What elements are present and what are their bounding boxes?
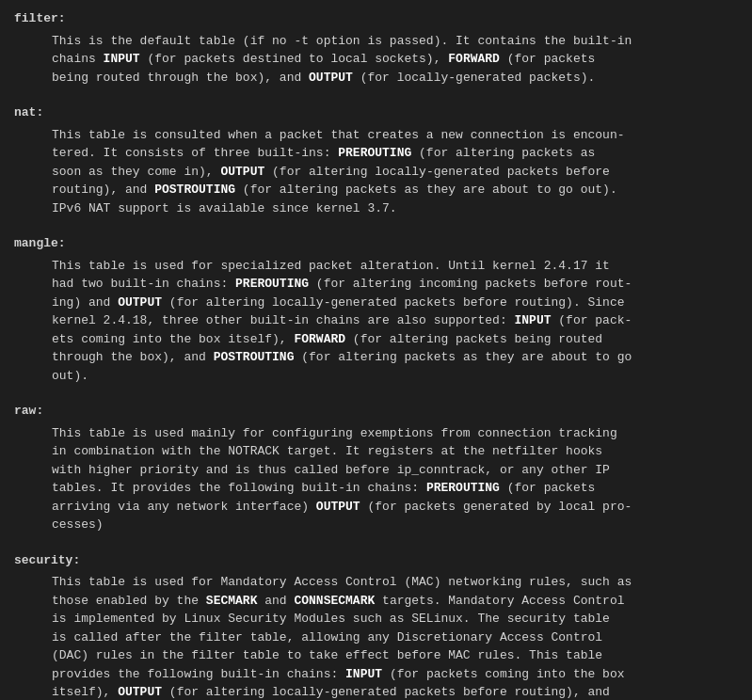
section-title-security: security: bbox=[14, 551, 738, 570]
bold-text: OUTPUT bbox=[118, 295, 162, 310]
bold-text: INPUT bbox=[104, 52, 140, 66]
bold-text: OUTPUT bbox=[220, 165, 264, 179]
section-filter: filter:This is the default table (if no … bbox=[14, 9, 738, 87]
section-body-raw: This table is used mainly for configurin… bbox=[14, 424, 738, 534]
bold-text: INPUT bbox=[514, 313, 551, 327]
section-title-raw: raw: bbox=[14, 402, 738, 421]
bold-text: POSTROUTING bbox=[154, 183, 235, 197]
section-title-mangle: mangle: bbox=[14, 234, 738, 253]
bold-text: CONNSECMARK bbox=[294, 594, 375, 608]
bold-text: INPUT bbox=[345, 667, 382, 681]
bold-text: FORWARD bbox=[294, 332, 345, 346]
section-body-mangle: This table is used for specialized packe… bbox=[14, 257, 738, 386]
section-body-security: This table is used for Mandatory Access … bbox=[14, 573, 738, 700]
bold-text: PREROUTING bbox=[235, 277, 309, 291]
main-content: filter:This is the default table (if no … bbox=[14, 9, 738, 700]
bold-text: POSTROUTING bbox=[214, 350, 295, 364]
section-mangle: mangle:This table is used for specialize… bbox=[14, 234, 738, 385]
section-body-nat: This table is consulted when a packet th… bbox=[14, 126, 738, 218]
section-nat: nat:This table is consulted when a packe… bbox=[14, 103, 738, 217]
bold-text: PREROUTING bbox=[426, 481, 500, 495]
bold-text: PREROUTING bbox=[338, 146, 411, 160]
section-body-filter: This is the default table (if no -t opti… bbox=[14, 32, 738, 88]
bold-text: SECMARK bbox=[206, 594, 258, 608]
section-title-nat: nat: bbox=[14, 103, 738, 122]
bold-text: OUTPUT bbox=[309, 71, 353, 85]
bold-text: OUTPUT bbox=[316, 500, 360, 514]
section-raw: raw:This table is used mainly for config… bbox=[14, 402, 738, 534]
bold-text: FORWARD bbox=[448, 52, 500, 66]
section-title-filter: filter: bbox=[14, 9, 738, 28]
section-security: security:This table is used for Mandator… bbox=[14, 551, 738, 701]
bold-text: OUTPUT bbox=[118, 685, 162, 699]
